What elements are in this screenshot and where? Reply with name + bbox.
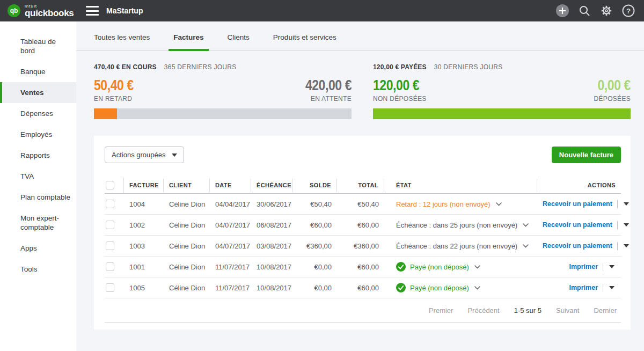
- unpaid-progress-bar[interactable]: [94, 108, 352, 119]
- row-action-link[interactable]: Recevoir un paiement: [543, 221, 612, 229]
- pagination-next[interactable]: Suivant: [556, 306, 579, 315]
- paid-progress-bar[interactable]: [373, 108, 631, 119]
- row-checkbox[interactable]: [106, 262, 114, 271]
- gear-icon[interactable]: [599, 4, 613, 18]
- row-action-dropdown-icon[interactable]: [608, 264, 616, 269]
- row-checkbox[interactable]: [106, 242, 114, 250]
- qb-logo-icon: qb: [8, 4, 20, 17]
- paid-period: 30 DERNIERS JOURS: [434, 63, 503, 71]
- invoice-status[interactable]: Échéance : dans 22 jours (non envoyé): [384, 242, 537, 250]
- invoice-row[interactable]: 1004 Céline Dion 04/04/2017 30/06/2017 €…: [105, 194, 621, 215]
- col-facture[interactable]: FACTURE: [124, 179, 164, 192]
- row-action-link[interactable]: Imprimer: [569, 263, 598, 270]
- col-date[interactable]: DATE: [210, 179, 251, 192]
- invoice-row[interactable]: 1003 Céline Dion 04/07/2017 03/08/2017 €…: [105, 236, 621, 257]
- col-total[interactable]: TOTAL: [337, 179, 384, 192]
- invoice-total: €50,40: [337, 200, 384, 208]
- deposited-label: DÉPOSÉES: [594, 95, 631, 103]
- action-separator: [617, 200, 618, 208]
- plus-icon[interactable]: [555, 4, 569, 18]
- invoice-status[interactable]: Échéance : dans 25 jours (non envoyé): [384, 221, 537, 229]
- invoice-balance: €0,00: [293, 263, 337, 271]
- invoice-row[interactable]: 1005 Céline Dion 11/07/2017 10/08/2017 €…: [105, 277, 621, 298]
- tab-produits-et-services[interactable]: Produits et services: [268, 33, 341, 50]
- sidebar-item-apps[interactable]: Apps: [0, 238, 76, 259]
- sidebar-item-label: Dépenses: [20, 109, 53, 118]
- sidebar-item-banque[interactable]: Banque: [0, 61, 76, 82]
- invoice-status[interactable]: Payé (non déposé): [384, 283, 537, 292]
- unpaid-total: 470,40 € EN COURS: [94, 63, 157, 71]
- chevron-down-icon: [172, 153, 177, 157]
- status-chevron-icon[interactable]: [474, 265, 480, 269]
- sidebar-item-label: Ventes: [20, 89, 44, 97]
- invoice-balance: €0,00: [293, 284, 337, 292]
- status-chevron-icon[interactable]: [496, 202, 502, 206]
- open-amount: 420,00 €: [305, 78, 352, 93]
- row-action-link[interactable]: Recevoir un paiement: [543, 200, 612, 208]
- company-name: MaStartup: [106, 6, 143, 15]
- sidebar-item-plan-comptable[interactable]: Plan comptable: [0, 187, 76, 208]
- tab-clients[interactable]: Clients: [223, 33, 254, 50]
- sidebar-item-tools[interactable]: Tools: [0, 259, 76, 280]
- row-action-dropdown-icon[interactable]: [608, 285, 616, 290]
- row-action-dropdown-icon[interactable]: [623, 243, 630, 248]
- money-bar-unpaid[interactable]: 470,40 € EN COURS 365 DERNIERS JOURS 50,…: [94, 63, 352, 119]
- invoice-status[interactable]: Retard : 12 jours (non envoyé): [384, 200, 537, 208]
- row-checkbox[interactable]: [106, 221, 114, 229]
- select-all-checkbox[interactable]: [106, 181, 114, 189]
- sidebar-item-ventes[interactable]: Ventes: [0, 82, 76, 103]
- invoice-total: €60,00: [337, 221, 384, 229]
- invoices-table: FACTURE CLIENT DATE ÉCHÉANCE SOLDE TOTAL…: [105, 178, 621, 298]
- money-bar: 470,40 € EN COURS 365 DERNIERS JOURS 50,…: [94, 63, 631, 119]
- row-action-dropdown-icon[interactable]: [623, 222, 630, 228]
- row-action-link[interactable]: Recevoir un paiement: [543, 242, 612, 250]
- invoice-client: Céline Dion: [164, 242, 210, 250]
- invoice-due-date: 10/08/2017: [251, 284, 293, 292]
- row-action-link[interactable]: Imprimer: [569, 284, 598, 291]
- bulk-actions-button[interactable]: Actions groupées: [105, 147, 184, 163]
- row-action-dropdown-icon[interactable]: [623, 201, 630, 207]
- invoice-row[interactable]: 1001 Céline Dion 11/07/2017 10/08/2017 €…: [105, 257, 621, 277]
- col-echeance[interactable]: ÉCHÉANCE: [251, 179, 293, 192]
- sidebar-item-employ-s[interactable]: Employés: [0, 124, 76, 145]
- status-chevron-icon[interactable]: [523, 244, 529, 248]
- sidebar-item-tva[interactable]: TVA: [0, 166, 76, 187]
- row-checkbox[interactable]: [106, 283, 114, 292]
- quickbooks-logo[interactable]: qb intuit quickbooks: [0, 4, 76, 18]
- invoice-row[interactable]: 1002 Céline Dion 04/07/2017 06/08/2017 €…: [105, 215, 621, 236]
- paid-check-icon: [396, 262, 406, 272]
- sidebar-item-d-penses[interactable]: Dépenses: [0, 103, 76, 124]
- row-checkbox[interactable]: [106, 200, 114, 208]
- search-icon[interactable]: [577, 4, 591, 18]
- tab-factures[interactable]: Factures: [169, 33, 208, 50]
- pagination-first[interactable]: Premier: [429, 306, 453, 315]
- bulk-actions-label: Actions groupées: [112, 151, 165, 159]
- invoice-balance: €60,00: [293, 221, 337, 229]
- invoice-number: 1002: [124, 221, 164, 229]
- sidebar: Tableau de bordBanqueVentesDépensesEmplo…: [0, 21, 76, 351]
- topbar: qb intuit quickbooks MaStartup: [0, 0, 644, 21]
- action-separator: [617, 221, 618, 229]
- sidebar-item-tableau-de-bord[interactable]: Tableau de bord: [0, 31, 76, 61]
- col-solde[interactable]: SOLDE: [293, 179, 337, 192]
- new-invoice-button[interactable]: Nouvelle facture: [552, 147, 621, 163]
- invoice-client: Céline Dion: [164, 284, 210, 292]
- money-bar-paid[interactable]: 120,00 € PAYÉES 30 DERNIERS JOURS 120,00…: [373, 63, 631, 119]
- status-chevron-icon[interactable]: [474, 286, 480, 290]
- invoice-date: 04/07/2017: [210, 221, 251, 229]
- status-chevron-icon[interactable]: [523, 223, 529, 227]
- sidebar-item-mon-expert-comptable[interactable]: Mon expert-comptable: [0, 208, 76, 238]
- tab-toutes-les-ventes[interactable]: Toutes les ventes: [89, 33, 155, 50]
- invoice-date: 11/07/2017: [210, 263, 251, 271]
- col-client[interactable]: CLIENT: [164, 179, 210, 192]
- invoice-status[interactable]: Payé (non déposé): [384, 262, 537, 272]
- col-etat[interactable]: ÉTAT: [384, 179, 537, 192]
- table-header-row: FACTURE CLIENT DATE ÉCHÉANCE SOLDE TOTAL…: [105, 178, 621, 194]
- pagination-previous[interactable]: Précédent: [467, 306, 499, 315]
- deposited-amount: 0,00 €: [598, 78, 631, 93]
- help-icon[interactable]: ?: [621, 4, 635, 18]
- sidebar-item-rapports[interactable]: Rapports: [0, 145, 76, 166]
- sidebar-item-label: Employés: [20, 130, 52, 138]
- pagination-last[interactable]: Dernier: [594, 306, 617, 315]
- menu-icon[interactable]: [86, 6, 99, 16]
